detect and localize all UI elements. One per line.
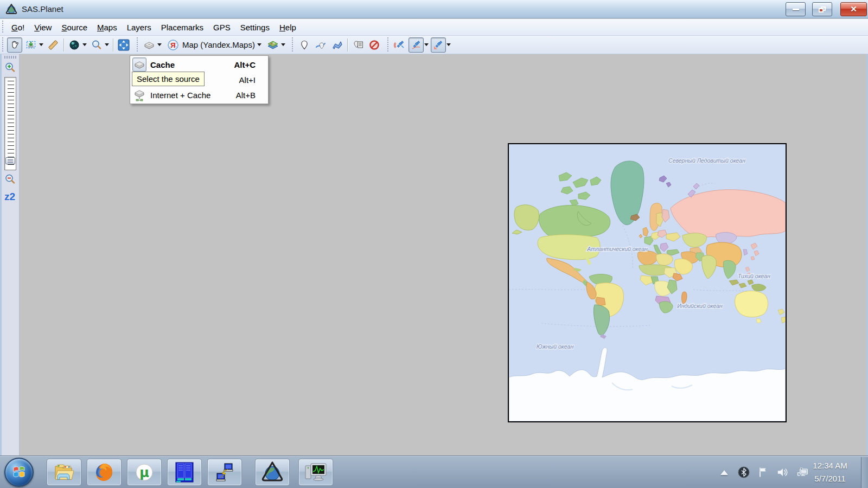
svg-text:µ: µ [139,465,149,480]
taskbar-system-monitor[interactable] [298,459,333,486]
window-title: SAS.Planet [22,4,63,14]
toolbar-grip[interactable] [387,37,390,52]
layers-icon [267,39,279,51]
gps-track-button[interactable] [409,37,424,53]
map-view[interactable]: Северный Ледовитый океан Атлантический о… [508,143,787,422]
layers-button[interactable] [265,37,280,53]
taskbar-firefox[interactable] [87,459,122,486]
gps-satellite-track-icon [410,39,422,51]
utorrent-icon: µ [133,461,155,483]
show-desktop-button[interactable] [861,457,868,488]
gps-connect-button[interactable] [392,37,407,53]
add-polygon-button[interactable] [329,37,344,53]
menu-gps[interactable]: GPS [208,21,235,34]
bluetooth-tray-icon[interactable] [738,466,750,478]
menu-settings[interactable]: Settings [235,21,275,34]
system-tray [718,456,808,488]
polygon-icon [331,40,342,50]
select-region-icon [25,40,36,50]
canada [539,206,610,240]
add-placemark-button[interactable] [297,37,312,53]
show-hidden-icons-button[interactable] [718,466,730,478]
menu-placemarks[interactable]: Placemarks [156,21,208,34]
hide-marks-button[interactable] [367,37,382,53]
menu-layers[interactable]: Layers [122,21,156,34]
gps-follow-button[interactable] [431,37,446,53]
flag-icon [757,466,769,478]
globe-dark-icon [69,40,80,50]
menu-item-cache[interactable]: Cache Alt+C [131,57,267,72]
gps-follow-caret[interactable] [446,43,451,46]
sas-planet-icon [261,461,284,484]
southern-ocean-label: Южный океан [537,343,574,350]
menu-source[interactable]: Source [56,21,92,34]
toolbar-grip[interactable] [136,37,139,52]
world-map: Северный Ледовитый океан Атлантический о… [509,144,786,421]
menu-maps[interactable]: Maps [92,21,122,34]
toolbar-separator [113,38,113,52]
select-region-caret[interactable] [39,43,43,46]
taskbar-windows-explorer[interactable] [47,459,81,486]
whole-map-caret[interactable] [82,43,87,46]
menubar-grip[interactable] [2,21,4,34]
map-source-caret[interactable] [257,43,261,46]
zoom-slider-ticks [8,81,14,166]
layers-caret[interactable] [281,43,285,46]
zoom-box-caret[interactable] [105,43,109,46]
taskbar-sas-planet[interactable] [255,459,290,486]
add-path-button[interactable] [313,37,328,53]
source-mode-caret[interactable] [157,43,162,46]
pan-hand-button[interactable] [7,37,22,53]
zoom-in-button[interactable] [3,61,17,75]
close-button[interactable]: ✕ [840,2,867,16]
taskbar: µ [0,455,868,488]
whole-map-button[interactable] [67,37,82,53]
zoom-box-button[interactable] [89,37,104,53]
taskbar-clock[interactable]: 12:34 AM 5/7/2011 [805,459,855,485]
placemark-manager-button[interactable] [350,37,366,53]
zoom-panel: z2 [2,54,20,455]
cache-disk-icon [133,59,145,70]
menu-help[interactable]: Help [275,21,301,34]
gps-track-caret[interactable] [424,43,429,46]
map-source-label[interactable]: Map (Yandex.Maps) [182,40,255,49]
taskbar-remote-connection[interactable] [207,459,242,486]
ruler-icon [48,40,59,50]
zoom-out-icon [4,174,16,185]
map-source-icon-button[interactable]: Я [165,37,181,53]
svg-text:Я: Я [170,41,175,49]
yandex-globe-icon: Я [167,39,179,51]
zoom-out-button[interactable] [3,172,17,187]
zoom-panel-grip[interactable] [4,56,16,59]
select-region-button[interactable] [23,37,39,53]
gps-satellite-follow-icon [432,39,444,51]
menu-view[interactable]: View [29,21,56,34]
fullscreen-button[interactable] [116,37,131,53]
firefox-icon [93,461,115,483]
start-button[interactable] [4,458,34,487]
zoom-slider[interactable] [4,77,16,170]
menu-item-internet-cache[interactable]: Internet + Cache Alt+B [131,87,267,102]
taskbar-server-manager[interactable] [167,459,202,486]
cache-disk-icon [143,39,155,51]
minimize-button[interactable] [786,2,806,16]
restore-button[interactable] [812,2,832,16]
menu-go[interactable]: Go! [7,21,29,34]
toolbar-grip[interactable] [291,37,294,52]
cache-item-iconbox [132,57,146,72]
no-entry-icon [369,40,380,50]
close-icon: ✕ [850,4,857,14]
app-logo-icon [5,3,17,15]
arctic-ocean-label: Северный Ледовитый океан [668,157,745,164]
taskbar-utorrent[interactable]: µ [127,459,162,486]
server-rack-icon [174,461,195,483]
action-center-button[interactable] [757,466,769,478]
volume-button[interactable] [777,466,789,478]
toolbar-grip[interactable] [2,37,4,52]
titlebar[interactable]: SAS.Planet ✕ [0,0,868,18]
measure-ruler-button[interactable] [46,37,61,53]
up-arrow-icon [720,470,728,475]
source-mode-button[interactable] [142,37,157,53]
minimize-icon [793,9,799,10]
zoom-slider-handle[interactable] [5,157,15,164]
